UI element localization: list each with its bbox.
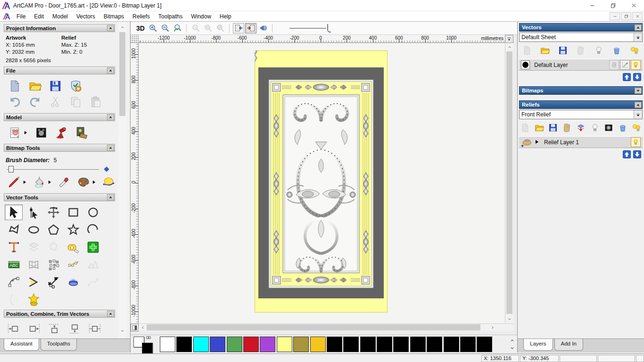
bitmap-to-vector-icon[interactable] [102, 175, 115, 189]
open-model-icon[interactable] [28, 79, 42, 93]
abc-text-icon[interactable]: ABC [5, 257, 23, 272]
palette-swatch-10[interactable] [327, 337, 342, 352]
palette-swatch-19[interactable] [477, 337, 492, 352]
palette-swatch-2[interactable] [193, 337, 209, 352]
tab-layers[interactable]: Layers [523, 339, 553, 351]
link-colours-icon[interactable] [146, 336, 151, 340]
rectangle-tool-icon[interactable] [64, 205, 82, 220]
scroll-up-icon[interactable] [505, 43, 513, 51]
block-copy-icon[interactable] [44, 257, 62, 272]
palette-swatch-6[interactable] [260, 337, 275, 352]
polyline-tool-icon[interactable] [5, 222, 23, 238]
palette-swatch-8[interactable] [293, 337, 309, 352]
open-relief-icon[interactable] [534, 123, 545, 133]
toggle-bitmap-visibility-icon[interactable] [233, 23, 244, 33]
extrude-dome-icon[interactable] [64, 274, 82, 290]
zoom-previous-icon[interactable] [172, 23, 183, 33]
scroll-down-icon[interactable] [505, 315, 513, 323]
palette-swatch-12[interactable] [360, 337, 376, 352]
bulb-gray-icon[interactable] [594, 45, 604, 56]
palette-swatch-14[interactable] [393, 337, 409, 352]
collapse-button[interactable] [635, 102, 642, 108]
relief-selector[interactable]: Front Relief [519, 110, 643, 119]
flyout-arrow-icon[interactable] [92, 180, 96, 184]
select-vectors-icon[interactable] [5, 205, 23, 220]
relief-layer-row[interactable]: Relief Layer 1 [519, 136, 643, 148]
bisector-icon[interactable] [25, 274, 42, 290]
expand-arrow-icon[interactable] [535, 140, 540, 145]
collapse-button[interactable] [107, 194, 114, 200]
greyscale-preview-icon[interactable] [603, 123, 614, 133]
sheet-selector[interactable]: Default Sheet [519, 33, 643, 42]
move-layer-down-button[interactable] [633, 73, 641, 81]
minimize-button[interactable] [582, 0, 603, 11]
scroll-left-icon[interactable] [139, 324, 147, 331]
import-relief-icon[interactable] [562, 123, 572, 133]
scrollbar-thumb[interactable] [119, 32, 125, 116]
node-editing-icon[interactable] [25, 205, 42, 220]
menu-reliefs[interactable]: Reliefs [128, 12, 154, 21]
child-minimize-button[interactable] [610, 12, 620, 20]
split-pane-button[interactable] [131, 324, 139, 331]
ruler-units-dropdown[interactable] [505, 35, 513, 43]
align-right-icon[interactable] [25, 322, 43, 336]
combine-relief-icon[interactable] [576, 123, 586, 133]
delete-layer-icon[interactable] [618, 123, 628, 133]
scrollbar-thumb[interactable] [147, 324, 480, 330]
undo-icon[interactable] [8, 95, 22, 109]
greyscale-model-icon[interactable] [34, 125, 48, 140]
tab-assistant[interactable]: Assistant [4, 339, 39, 351]
bulb-on-icon[interactable] [631, 60, 641, 70]
palette-swatch-4[interactable] [227, 337, 242, 352]
flyout-arrow-icon[interactable] [23, 180, 26, 184]
chevron-down-icon[interactable] [634, 33, 642, 41]
menu-bitmaps[interactable]: Bitmaps [99, 12, 128, 21]
ellipse-tool-icon[interactable] [25, 222, 42, 238]
palette-swatch-16[interactable] [427, 337, 442, 352]
view-slider[interactable] [289, 23, 334, 33]
canvas-horizontal-scrollbar[interactable] [131, 323, 513, 331]
save-vectors-icon[interactable] [558, 45, 568, 56]
colour-picker-icon[interactable] [58, 175, 71, 189]
assistant-scrollbar[interactable] [118, 22, 127, 338]
save-relief-icon[interactable] [548, 123, 558, 133]
paste-along-curve-icon[interactable] [64, 257, 82, 272]
palette-swatch-15[interactable] [410, 337, 426, 352]
new-model-icon[interactable] [8, 79, 22, 93]
collapse-button[interactable] [107, 145, 114, 151]
scroll-down-icon[interactable] [118, 327, 127, 335]
primary-secondary-colour[interactable] [132, 336, 158, 354]
scroll-up-icon[interactable] [118, 24, 127, 31]
palette-swatch-13[interactable] [377, 337, 392, 352]
envelope-distort-icon[interactable] [25, 257, 42, 272]
flyout-arrow-icon[interactable] [48, 180, 51, 184]
fit-arcs-icon[interactable] [5, 274, 23, 290]
render-lamp-icon[interactable] [54, 125, 68, 140]
load-picture-icon[interactable] [74, 125, 89, 140]
align-left-icon[interactable] [5, 322, 23, 336]
secondary-colour-swatch[interactable] [142, 343, 153, 354]
align-bottom-icon[interactable] [66, 322, 83, 336]
collapse-button[interactable] [107, 67, 114, 74]
slider-handle[interactable] [8, 166, 14, 173]
all-layers-visible-icon[interactable] [629, 45, 640, 56]
child-close-button[interactable] [632, 12, 643, 20]
set-model-size-icon[interactable] [8, 125, 22, 140]
palette-swatch-11[interactable] [343, 337, 359, 352]
zoom-in-icon[interactable] [147, 23, 158, 33]
view-3d-button[interactable]: 3D [135, 23, 146, 33]
move-layer-down-button[interactable] [633, 150, 641, 158]
palette-swatch-0[interactable] [160, 337, 175, 352]
center-horizontal-icon[interactable] [86, 322, 104, 336]
child-restore-button[interactable] [621, 12, 631, 20]
measure-icon[interactable] [64, 239, 82, 255]
move-layer-up-button[interactable] [623, 73, 631, 81]
redo-icon[interactable] [28, 95, 42, 109]
menu-edit[interactable]: Edit [30, 12, 48, 21]
vector-doctor-icon[interactable] [25, 292, 42, 307]
all-layers-visible-icon[interactable] [631, 123, 642, 133]
flyout-arrow-icon[interactable] [24, 131, 28, 134]
collapse-button[interactable] [635, 25, 642, 31]
close-button[interactable] [623, 0, 644, 11]
menu-window[interactable]: Window [187, 12, 215, 21]
